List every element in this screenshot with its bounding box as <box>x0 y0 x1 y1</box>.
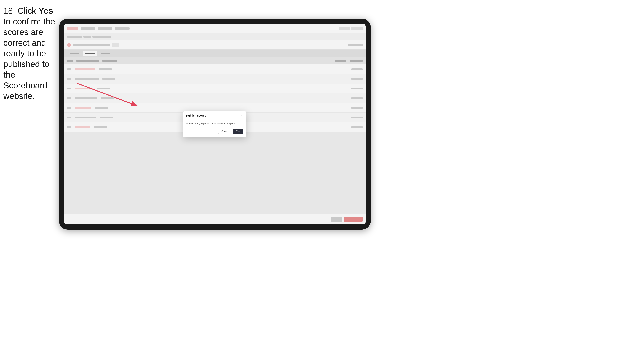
dialog-overlay: Publish scores × Are you ready to publis… <box>64 24 366 224</box>
dialog-header: Publish scores × <box>183 111 246 119</box>
dialog-title: Publish scores <box>186 114 206 117</box>
dialog-body: Are you ready to publish these scores to… <box>183 119 246 137</box>
tablet-device: Publish scores × Are you ready to publis… <box>59 18 371 230</box>
publish-scores-dialog: Publish scores × Are you ready to publis… <box>183 111 246 137</box>
dialog-message: Are you ready to publish these scores to… <box>186 122 244 125</box>
dialog-actions: Cancel Yes <box>186 129 244 134</box>
cancel-button[interactable]: Cancel <box>218 129 231 134</box>
yes-button[interactable]: Yes <box>233 129 244 134</box>
instruction-body: to confirm the scores are correct and re… <box>3 17 55 101</box>
instruction-text: 18. Click Yes to confirm the scores are … <box>3 5 59 102</box>
tablet-screen: Publish scores × Are you ready to publis… <box>64 24 366 224</box>
dialog-close-button[interactable]: × <box>240 114 244 117</box>
step-number: 18. <box>3 6 15 15</box>
yes-emphasis: Yes <box>38 6 53 15</box>
